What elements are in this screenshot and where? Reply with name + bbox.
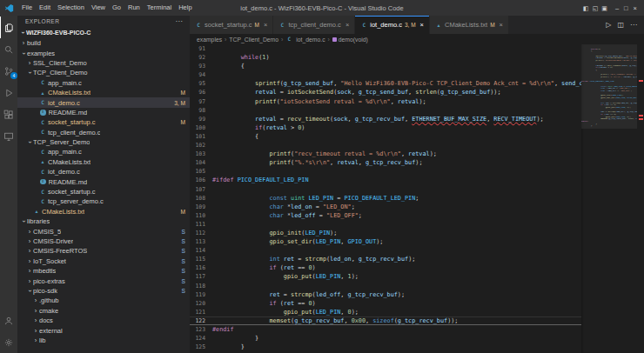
code-line-122[interactable]: 122 memset(g_tcp_recv_buf, 0x00, sizeof(… [190, 316, 581, 325]
run-button[interactable]: ▷ [606, 21, 611, 29]
breadcrumb-item-iot_demo.c[interactable]: Ciot_demo.c [285, 36, 325, 43]
minimap-slider[interactable] [581, 44, 637, 129]
minimap[interactable]: while(1) { sprintf(g_tcp_send_buf, "Hell… [581, 44, 637, 353]
tree-item-iot_demo.c[interactable]: Ciot_demo.c3, M [17, 97, 190, 107]
line-number[interactable]: 95 [190, 79, 212, 88]
code-line-94[interactable]: 94 [190, 70, 581, 79]
toggle-panel-icon[interactable]: ◱ [591, 5, 600, 11]
tree-item-external[interactable]: ›external [17, 325, 190, 335]
menu-file[interactable]: File [18, 0, 36, 16]
code-editor[interactable]: 9192 while(1)93 {9495 sprintf(g_tcp_send… [190, 44, 581, 353]
line-number[interactable]: 114 [190, 246, 212, 255]
activitybar-remote-explorer[interactable] [0, 125, 17, 147]
tab-iot_demo.c[interactable]: Ciot_demo.c3, M× [355, 16, 430, 34]
tab-close-icon[interactable]: × [345, 21, 349, 29]
tab-close-icon[interactable]: × [264, 21, 267, 29]
code-line-111[interactable]: 111 [190, 220, 581, 229]
tree-item-CMSIS-Driver[interactable]: ›CMSIS-DriverS [17, 236, 190, 246]
tree-item-.github[interactable]: ›.github [17, 296, 190, 305]
code-line-116[interactable]: 116 if (ret == 0) [190, 263, 581, 272]
tab-tcp_client_demo.c[interactable]: Ctcp_client_demo.c× [273, 16, 355, 34]
tree-item-tcp_server_demo.c[interactable]: Ctcp_server_demo.c [17, 196, 190, 206]
tree-item-cmake[interactable]: ›cmake [17, 306, 190, 316]
tree-item-CMSIS_5[interactable]: ›CMSIS_5S [17, 226, 190, 236]
code-line-95[interactable]: 95 sprintf(g_tcp_send_buf, "Hello WizFi3… [190, 79, 581, 88]
tree-item-docs[interactable]: ›docs [17, 316, 190, 325]
code-line-104[interactable]: 104 printf("%.*s\r\n", retval, g_tcp_rec… [190, 158, 581, 167]
line-number[interactable]: 94 [190, 70, 212, 79]
line-number[interactable]: 125 [190, 343, 212, 351]
minimize-icon[interactable]: – [613, 4, 621, 12]
tree-item-README.md[interactable]: iREADME.md [17, 176, 190, 186]
tree-item-examples[interactable]: ›examples [17, 48, 190, 57]
tree-item-socket_startup.c[interactable]: Csocket_startup.cM [17, 117, 190, 127]
activitybar-source-control[interactable]: 4 [0, 60, 17, 82]
code-line-118[interactable]: 118 [190, 282, 581, 290]
tree-item-pico-sdk[interactable]: ›pico-sdkS [17, 286, 190, 296]
menu-edit[interactable]: Edit [36, 0, 54, 16]
close-icon[interactable]: × [631, 4, 640, 12]
code-line-120[interactable]: 120 if (ret == 0) [190, 299, 581, 308]
line-number[interactable]: 110 [190, 211, 212, 220]
activitybar-explorer[interactable] [0, 17, 17, 38]
tab-close-icon[interactable]: × [420, 21, 424, 29]
tree-item-SSL_Client_Demo[interactable]: ›SSL_Client_Demo [17, 58, 190, 68]
line-number[interactable]: 102 [190, 141, 212, 150]
code-line-113[interactable]: 113 gpio_set_dir(LED_PIN, GPIO_OUT); [190, 237, 581, 246]
line-number[interactable]: 122 [190, 316, 212, 325]
line-number[interactable]: 105 [190, 167, 212, 176]
code-line-100[interactable]: 100 if(retval > 0) [190, 123, 581, 132]
line-number[interactable]: 120 [190, 299, 212, 308]
tab-close-icon[interactable]: × [500, 21, 503, 29]
tree-item-socket_startup.c[interactable]: Csocket_startup.c [17, 187, 190, 196]
code-line-112[interactable]: 112 gpio_init(LED_PIN); [190, 229, 581, 237]
tree-item-TCP_Server_Demo[interactable]: ›TCP_Server_Demo [17, 137, 190, 147]
code-line-123[interactable]: 123#endif [190, 325, 581, 334]
code-line-119[interactable]: 119 ret = strcmp(led_off, g_tcp_recv_buf… [190, 290, 581, 299]
code-line-108[interactable]: 108 const uint LED_PIN = PICO_DEFAULT_LE… [190, 194, 581, 203]
code-line-110[interactable]: 110 char *led_off = "LED_OFF"; [190, 211, 581, 220]
breadcrumb-item-demo(void)[interactable]: demo(void) [332, 37, 368, 43]
code-line-124[interactable]: 124 } [190, 334, 581, 343]
maximize-icon[interactable]: □ [621, 4, 631, 12]
menu-selection[interactable]: Selection [54, 0, 88, 16]
code-line-91[interactable]: 91 [190, 44, 581, 53]
line-number[interactable]: 116 [190, 263, 212, 272]
code-line-125[interactable]: 125 } [190, 343, 581, 351]
line-number[interactable]: 118 [190, 282, 212, 290]
line-number[interactable]: 123 [190, 325, 212, 334]
code-line-96[interactable]: 96 retval = iotSocketSend(sock, g_tcp_se… [190, 88, 581, 97]
overview-ruler[interactable] [637, 44, 644, 353]
line-number[interactable]: 108 [190, 194, 212, 203]
line-number[interactable]: 124 [190, 334, 212, 343]
line-number[interactable]: 100 [190, 123, 212, 132]
line-number[interactable]: 117 [190, 272, 212, 281]
line-number[interactable]: 98 [190, 106, 212, 115]
split-editor-button[interactable]: ◫ [617, 21, 624, 29]
menu-help[interactable]: Help [175, 0, 195, 16]
breadcrumb-item-TCP_Client_Demo[interactable]: TCP_Client_Demo [229, 37, 278, 43]
code-line-92[interactable]: 92 while(1) [190, 53, 581, 62]
tree-item-app_main.c[interactable]: Capp_main.c [17, 78, 190, 88]
code-line-109[interactable]: 109 char *led_on = "LED_ON"; [190, 203, 581, 211]
code-line-117[interactable]: 117 gpio_put(LED_PIN, 1); [190, 272, 581, 281]
line-number[interactable]: 104 [190, 158, 212, 167]
code-line-93[interactable]: 93 { [190, 62, 581, 70]
breadcrumb-item-examples[interactable]: examples [197, 37, 222, 43]
code-line-107[interactable]: 107 [190, 185, 581, 194]
tree-item-build[interactable]: ›build [17, 38, 190, 48]
line-number[interactable]: 96 [190, 88, 212, 97]
tree-item-tcp_client_demo.c[interactable]: Ctcp_client_demo.c [17, 128, 190, 137]
line-number[interactable]: 99 [190, 115, 212, 123]
line-number[interactable]: 93 [190, 62, 212, 70]
tree-item-app_main.c[interactable]: Capp_main.c [17, 147, 190, 157]
code-line-115[interactable]: 115 int ret = strcmp(led_on, g_tcp_recv_… [190, 255, 581, 263]
activitybar-search[interactable] [0, 38, 17, 60]
tree-item-pico-extras[interactable]: ›pico-extrasS [17, 276, 190, 285]
workspace-root[interactable]: › WIZFI360-EVB-PICO-C [17, 27, 190, 38]
line-number[interactable]: 103 [190, 150, 212, 158]
line-number[interactable]: 106 [190, 176, 212, 184]
tree-item-mbedtls[interactable]: ›mbedtlsS [17, 266, 190, 276]
menu-terminal[interactable]: Terminal [144, 0, 175, 16]
line-number[interactable]: 119 [190, 290, 212, 299]
